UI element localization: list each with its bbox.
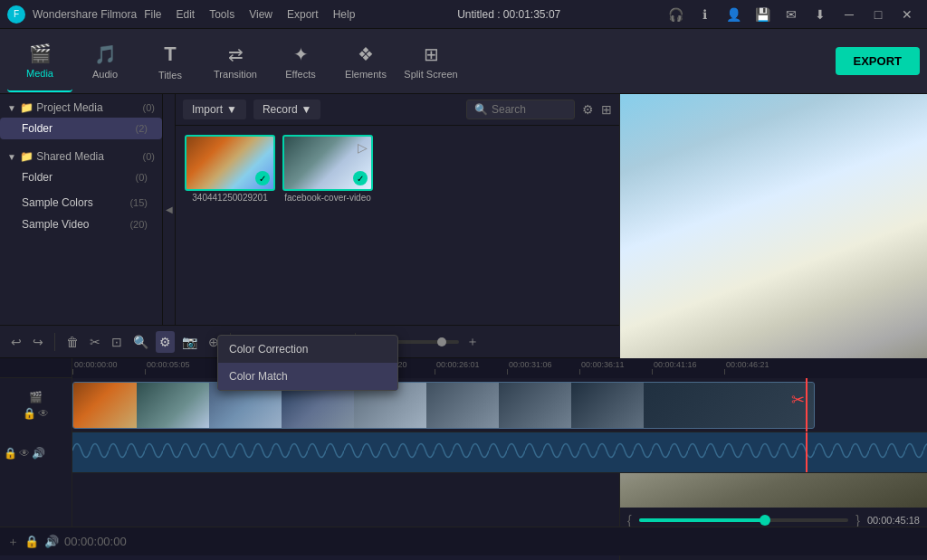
save-icon[interactable]: 💾	[750, 5, 775, 24]
menu-edit[interactable]: Edit	[177, 8, 196, 21]
record-label: Record	[263, 103, 298, 116]
media-label-1: 340441250029201	[185, 193, 275, 203]
speaker-icon[interactable]: 🔊	[44, 535, 59, 548]
chevron-down-icon2: ▼	[7, 152, 16, 162]
tool-effects[interactable]: ✦ Effects	[268, 31, 333, 92]
cut-button[interactable]: ✂	[86, 331, 104, 353]
profile-icon[interactable]: 👤	[721, 5, 746, 24]
tool-audio[interactable]: 🎵 Audio	[72, 31, 138, 92]
main-toolbar: 🎬 Media 🎵 Audio T Titles ⇄ Transition ✦ …	[0, 29, 927, 94]
ripple-button[interactable]: 📷	[178, 331, 201, 353]
content-toolbar: Import ▼ Record ▼ 🔍 ⚙ ⊞	[176, 94, 619, 126]
elements-icon: ❖	[358, 43, 374, 65]
svg-rect-1	[72, 432, 927, 472]
shared-media-label: Shared Media	[36, 150, 104, 163]
minimize-button[interactable]: ─	[836, 5, 862, 24]
tool-titles-label: Titles	[158, 70, 182, 81]
tool-splitscreen[interactable]: ⊞ Split Screen	[398, 31, 464, 92]
shared-media-count: (0)	[143, 151, 155, 162]
app-logo: F	[7, 5, 25, 24]
dropdown-item-color-correction[interactable]: Color Correction	[218, 336, 397, 363]
record-button[interactable]: Record ▼	[253, 100, 321, 119]
menu-export[interactable]: Export	[287, 8, 319, 21]
search-input[interactable]	[492, 103, 564, 116]
restore-button[interactable]: □	[865, 5, 891, 24]
sidebar-item-sample-video[interactable]: Sample Video (20)	[0, 214, 162, 235]
upper-area: ▼ 📁 Project Media (0) Folder (2) ▼ 📁 Sha…	[0, 94, 927, 325]
splitscreen-icon: ⊞	[424, 43, 439, 65]
ruler-time-9: 00:00:46:21	[724, 360, 769, 369]
window-title: Untitled : 00:01:35:07	[457, 8, 560, 21]
dropdown-item-color-match[interactable]: Color Match	[218, 363, 397, 390]
lock-all-icon[interactable]: 🔒	[24, 535, 39, 548]
current-time: 00:00:00:00	[64, 535, 127, 548]
sample-video-count: (20)	[129, 219, 148, 230]
export-button[interactable]: EXPORT	[836, 47, 920, 75]
audio-eye-icon[interactable]: 👁	[19, 447, 30, 460]
ruler-time-5: 00:00:26:01	[435, 360, 480, 369]
timeline-body: 🎬 🔒 👁 🔒 👁 🔊 00:00:00:00	[0, 358, 927, 527]
sidebar-item-folder[interactable]: Folder (2)	[0, 118, 162, 139]
color-correction-button[interactable]: ⚙	[156, 331, 175, 353]
search-button[interactable]: 🔍	[129, 331, 152, 353]
tool-media[interactable]: 🎬 Media	[7, 31, 72, 92]
menu-file[interactable]: File	[144, 8, 161, 21]
project-media-header[interactable]: ▼ 📁 Project Media (0)	[0, 98, 162, 118]
zoom-thumb	[437, 337, 446, 346]
record-chevron-icon: ▼	[301, 103, 312, 116]
tool-titles[interactable]: T Titles	[138, 31, 203, 92]
headphone-icon[interactable]: 🎧	[663, 5, 688, 24]
undo-button[interactable]: ↩	[7, 331, 25, 353]
title-bar: F Wondershare Filmora File Edit Tools Vi…	[0, 0, 927, 29]
tool-transition[interactable]: ⇄ Transition	[203, 31, 268, 92]
collapse-arrow[interactable]: ◀	[163, 94, 176, 325]
import-button[interactable]: Import ▼	[183, 100, 246, 119]
plus-icon[interactable]: ＋	[463, 330, 483, 354]
video-clip[interactable]: ✂	[72, 382, 815, 429]
tool-audio-label: Audio	[92, 69, 118, 80]
menu-help[interactable]: Help	[333, 8, 356, 21]
import-label: Import	[192, 103, 223, 116]
delete-button[interactable]: 🗑	[62, 331, 82, 353]
grid-icon[interactable]: ⊞	[601, 102, 612, 117]
dropdown-menu: Color Correction Color Match	[217, 335, 398, 391]
info-icon[interactable]: ℹ	[692, 5, 717, 24]
media-thumb-1: ✓	[185, 135, 275, 191]
crop-button[interactable]: ⊡	[108, 331, 126, 353]
shared-folder-icon: 📁	[20, 150, 33, 163]
shared-media-header[interactable]: ▼ 📁 Shared Media (0)	[0, 147, 162, 166]
redo-button[interactable]: ↪	[29, 331, 47, 353]
filter-icon[interactable]: ⚙	[582, 102, 594, 117]
menu-bar: File Edit Tools View Export Help	[144, 8, 355, 21]
shared-folder-count: (0)	[136, 172, 148, 183]
ruler-tick-5	[435, 369, 435, 375]
tool-elements-label: Elements	[345, 69, 387, 80]
audio-lock-icon[interactable]: 🔒	[4, 447, 17, 460]
menu-view[interactable]: View	[249, 8, 272, 21]
menu-tools[interactable]: Tools	[209, 8, 234, 21]
app-name: Wondershare Filmora	[33, 8, 137, 21]
ruler-marks: 00:00:00:00 00:00:05:05 00:00:10:10 00:0…	[72, 358, 927, 378]
tool-effects-label: Effects	[285, 69, 315, 80]
ruler-mark-0: 00:00:00:00	[72, 358, 145, 378]
sidebar-item-shared-folder[interactable]: Folder (0)	[0, 166, 162, 188]
bottom-controls: ＋ 🔒 🔊 00:00:00:00	[0, 527, 927, 555]
add-track-icon[interactable]: ＋	[7, 534, 19, 550]
close-button[interactable]: ✕	[894, 5, 920, 24]
mail-icon[interactable]: ✉	[779, 5, 804, 24]
media-item-2[interactable]: ▷ ✓ facebook-cover-video	[282, 135, 373, 316]
project-media-section: ▼ 📁 Project Media (0) Folder (2)	[0, 94, 162, 143]
tool-elements[interactable]: ❖ Elements	[333, 31, 398, 92]
title-bar-left: F Wondershare Filmora File Edit Tools Vi…	[7, 5, 355, 24]
download-icon[interactable]: ⬇	[808, 5, 833, 24]
ruler-time-7: 00:00:36:11	[579, 360, 625, 369]
title-controls: 🎧 ℹ 👤 💾 ✉ ⬇ ─ □ ✕	[663, 5, 920, 24]
ruler-tick-1	[145, 369, 146, 375]
ruler-time-6: 00:00:31:06	[507, 360, 552, 369]
audio-volume-icon[interactable]: 🔊	[32, 447, 45, 460]
media-item-1[interactable]: ✓ 340441250029201	[185, 135, 275, 316]
lock-icon[interactable]: 🔒	[23, 407, 36, 420]
sidebar-item-sample-colors[interactable]: Sample Colors (15)	[0, 192, 162, 214]
eye-icon[interactable]: 👁	[38, 407, 49, 420]
video-track-icon: 🎬	[29, 391, 43, 403]
